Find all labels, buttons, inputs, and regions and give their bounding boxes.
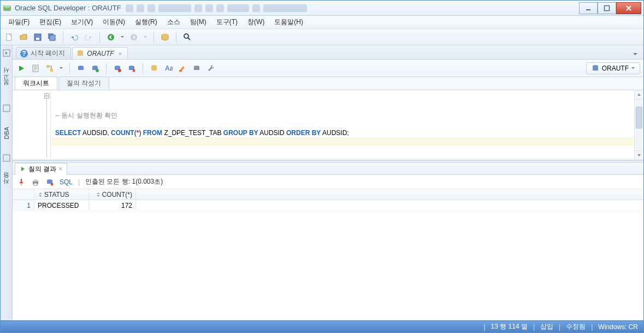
scroll-thumb[interactable]: [636, 107, 642, 128]
open-icon[interactable]: [18, 32, 29, 43]
worksheet-subtabs: 워크시트 질의 작성기: [13, 77, 643, 90]
toolbar-separator: [106, 63, 107, 74]
main-toolbar: [1, 29, 643, 45]
separator: |: [559, 323, 560, 331]
title-blur: [126, 3, 575, 13]
svg-rect-22: [50, 69, 53, 72]
run-statement-icon[interactable]: [16, 63, 27, 74]
cell-status[interactable]: PROCESSED: [34, 200, 89, 211]
titlebar: Oracle SQL Developer : ORAUTF: [1, 1, 643, 16]
side-report-tab[interactable]: 보고서: [2, 72, 10, 90]
cancel-icon[interactable]: [126, 63, 137, 74]
grid-header-row: STATUS COUNT(*): [13, 189, 643, 200]
tab-connection[interactable]: ORAUTF ×: [72, 47, 128, 59]
table-row[interactable]: 1 PROCESSED 172: [13, 200, 643, 211]
dropdown-icon: [631, 66, 635, 71]
tab-start-page[interactable]: ? 시작 페이지: [16, 47, 71, 59]
clear-icon[interactable]: [177, 63, 188, 74]
scroll-up-icon[interactable]: [635, 90, 643, 100]
tab-query-result[interactable]: 질의 결과 ×: [15, 163, 67, 175]
column-header-status[interactable]: STATUS: [34, 189, 89, 200]
autotrace-icon[interactable]: [75, 63, 86, 74]
rollback-icon[interactable]: [112, 63, 123, 74]
window-buttons: [579, 2, 641, 14]
separator: |: [78, 178, 80, 186]
dropdown-icon[interactable]: [58, 63, 64, 74]
fold-node-icon[interactable]: [44, 94, 49, 98]
side-cart-tab[interactable]: 자원: [2, 177, 10, 189]
menu-source[interactable]: 소스: [163, 16, 185, 28]
menu-run[interactable]: 실행(R): [131, 16, 162, 28]
pin-icon[interactable]: [17, 178, 26, 186]
close-tab-icon[interactable]: ×: [58, 165, 62, 173]
svg-rect-14: [3, 105, 10, 112]
editor-scrollbar[interactable]: [634, 90, 643, 160]
cell-count[interactable]: 172: [89, 200, 136, 211]
nav-fwd-icon[interactable]: [128, 32, 139, 43]
nav-back-icon[interactable]: [105, 32, 116, 43]
minimize-button[interactable]: [579, 2, 598, 14]
menu-help[interactable]: 도움말(H): [270, 16, 308, 28]
menu-window[interactable]: 창(W): [243, 16, 269, 28]
wrench-icon[interactable]: [205, 63, 216, 74]
sql-link[interactable]: SQL: [60, 178, 73, 186]
code-text: AUDSID: [258, 129, 286, 137]
commit-icon[interactable]: [90, 63, 101, 74]
svg-point-30: [118, 69, 121, 72]
connection-selector[interactable]: ORAUTF: [586, 62, 640, 74]
menu-file[interactable]: 파일(F): [4, 16, 34, 28]
save-icon[interactable]: [32, 32, 43, 43]
redo-icon[interactable]: [83, 32, 94, 43]
tabs-dropdown-icon[interactable]: [630, 49, 640, 59]
menu-tools[interactable]: 도구(T): [212, 16, 242, 28]
dropdown-icon[interactable]: [143, 32, 148, 43]
scroll-down-icon[interactable]: [635, 150, 643, 160]
save-all-icon[interactable]: [46, 32, 57, 43]
export-icon[interactable]: [45, 178, 54, 186]
svg-rect-24: [78, 67, 84, 70]
editor-gutter: [13, 90, 51, 160]
format-icon[interactable]: [191, 63, 202, 74]
find-icon[interactable]: [182, 32, 193, 43]
run-script-icon[interactable]: [30, 63, 41, 74]
svg-rect-2: [586, 9, 590, 10]
dropdown-icon[interactable]: [120, 32, 125, 43]
fold-ribbon: [44, 92, 49, 157]
tab-worksheet[interactable]: 워크시트: [15, 77, 57, 90]
menu-edit[interactable]: 편집(E): [35, 16, 66, 28]
main-area: ? 시작 페이지 ORAUTF ×: [13, 45, 643, 320]
sql-icon[interactable]: [159, 32, 170, 43]
menubar: 파일(F) 편집(E) 보기(V) 이동(N) 실행(R) 소스 팀(M) 도구…: [1, 16, 643, 29]
left-sidebar: 보고서 DBA 자원: [1, 45, 13, 320]
undo-icon[interactable]: [69, 32, 80, 43]
editor-code[interactable]: -- 동시 실행현황 확인 SELECT AUDSID, COUNT(*) FR…: [51, 90, 634, 160]
close-tab-icon[interactable]: ×: [119, 50, 122, 57]
panel-icon[interactable]: [2, 154, 11, 162]
print-icon[interactable]: [31, 178, 40, 186]
tab-query-builder[interactable]: 질의 작성기: [58, 77, 109, 90]
column-header-count[interactable]: COUNT(*): [89, 189, 136, 200]
svg-rect-4: [7, 34, 11, 40]
current-line-highlight: [51, 137, 634, 146]
explain-plan-icon[interactable]: [44, 63, 55, 74]
menu-navigate[interactable]: 이동(N): [98, 16, 129, 28]
code-text: FROM: [143, 129, 162, 137]
menu-view[interactable]: 보기(V): [67, 16, 97, 28]
panel-collapse-icon[interactable]: [2, 49, 11, 57]
sql-editor[interactable]: -- 동시 실행현황 확인 SELECT AUDSID, COUNT(*) FR…: [13, 90, 643, 160]
code-text: COUNT: [111, 129, 134, 137]
sql-history-icon[interactable]: [149, 63, 159, 74]
sort-icon: [38, 192, 43, 197]
help-icon: ?: [20, 49, 28, 58]
menu-team[interactable]: 팀(M): [186, 16, 211, 28]
side-dba-tab[interactable]: DBA: [3, 127, 10, 139]
new-icon[interactable]: [4, 32, 15, 43]
close-button[interactable]: [616, 2, 641, 14]
panel-icon[interactable]: [2, 104, 11, 113]
document-tabs: ? 시작 페이지 ORAUTF ×: [13, 45, 643, 60]
connection-name: ORAUTF: [602, 65, 629, 72]
case-icon[interactable]: Aa: [163, 63, 174, 74]
grid-body[interactable]: 1 PROCESSED 172: [13, 200, 643, 320]
window-title: Oracle SQL Developer : ORAUTF: [15, 4, 121, 12]
maximize-button[interactable]: [598, 2, 616, 14]
